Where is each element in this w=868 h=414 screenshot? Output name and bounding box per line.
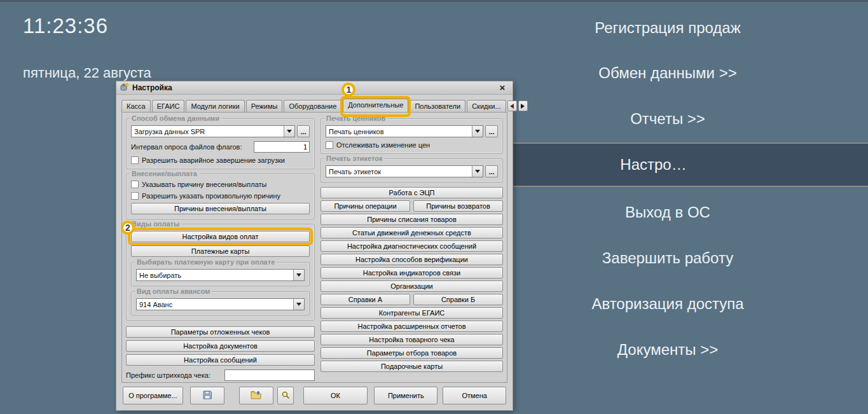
tab-polzovateli[interactable]: Пользователи (410, 100, 465, 112)
exchange-method-combobox[interactable]: Загрузка данных SPR (131, 125, 295, 137)
group-exchange-method: Способ обмена данными Загрузка данных SP… (126, 118, 315, 169)
menu-item-documents[interactable]: Документы >> (467, 338, 868, 361)
search-button[interactable] (277, 387, 294, 404)
close-icon[interactable]: × (496, 81, 509, 94)
left-column: Способ обмена данными Загрузка данных SP… (126, 118, 315, 378)
menu-item-exit-os[interactable]: Выход в ОС (467, 201, 868, 224)
menu-item-registration[interactable]: Регистрация продаж (467, 17, 868, 39)
apply-button[interactable]: Применить (374, 387, 437, 404)
group-cash-in-out: Внесение/выплата Указывать причину внесе… (126, 174, 315, 219)
extended-reports-button[interactable]: Настройка расширенных отчетов (320, 321, 503, 332)
ecp-button[interactable]: Работа с ЭЦП (320, 187, 503, 198)
deferred-receipts-button[interactable]: Параметры отложенных чеков (126, 326, 315, 338)
exchange-method-dropdown-button[interactable] (284, 126, 294, 137)
chevron-down-icon (296, 303, 301, 306)
group-payment-types: Виды оплаты Настройка видов оплат 2 Плат… (126, 224, 315, 321)
ok-button[interactable]: ОК (303, 387, 368, 404)
tab-egais[interactable]: ЕГАИС (152, 100, 185, 112)
cancel-button[interactable]: Отмена (443, 387, 506, 404)
open-folder-button[interactable] (239, 387, 273, 404)
save-button[interactable] (190, 387, 224, 404)
tab-moduli-logiki[interactable]: Модули логики (186, 100, 244, 112)
group-advance-payment-title: Вид оплаты авансом (135, 287, 212, 295)
writeoff-reasons-button[interactable]: Причины списания товаров (320, 214, 503, 225)
tab-kassa[interactable]: Касса (121, 100, 151, 112)
menu-item-authorization[interactable]: Авторизация доступа (467, 293, 868, 315)
label-print-ellipsis-button[interactable]: ... (485, 165, 498, 177)
organizations-button[interactable]: Организации (320, 280, 503, 292)
goods-filter-button[interactable]: Параметры отбора товаров (320, 347, 503, 359)
menu-item-shutdown[interactable]: Завершить работу (467, 247, 868, 270)
price-tags-value: Печать ценников (326, 126, 472, 137)
tab-scroll-right-button[interactable] (518, 100, 528, 111)
dialog-title: Настройка (132, 83, 172, 92)
advance-payment-dropdown-button[interactable] (293, 299, 304, 310)
left-buttons: Параметры отложенных чеков Настройка док… (126, 326, 315, 366)
group-label-print: Печать этикеток Печать этикеток ... (320, 158, 503, 183)
documents-setup-button[interactable]: Настройка документов (126, 340, 315, 352)
cashflow-articles-button[interactable]: Статьи движений денежных средств (320, 227, 503, 238)
menu-item-data-exchange[interactable]: Обмен данными >> (467, 62, 868, 85)
link-indicators-button[interactable]: Настройка индикаторов связи (320, 267, 503, 279)
cash-reason-checkbox-label: Указывать причину внесения/выплаты (142, 181, 266, 188)
interval-input[interactable] (254, 141, 310, 153)
group-advance-payment: Вид оплаты авансом 914 Аванс (131, 291, 310, 315)
tab-scroll-left-button[interactable] (507, 100, 517, 111)
price-tags-dropdown-button[interactable] (472, 126, 483, 137)
verification-methods-button[interactable]: Настройка способов верификации (320, 254, 503, 265)
abort-load-checkbox-label: Разрешить аварийное завершение загрузки (142, 156, 285, 164)
messages-setup-button[interactable]: Настройка сообщений (126, 354, 315, 366)
tab-dopolnitelnye[interactable]: Дополнительные 1 (343, 99, 408, 112)
right-column: Печать ценников Печать ценников ... Отсл… (320, 118, 503, 378)
tab-skidki[interactable]: Скидки... (467, 100, 506, 112)
price-tags-ellipsis-button[interactable]: ... (485, 125, 498, 137)
spravki-button-pair: Справки А Справки Б (320, 294, 503, 305)
receipt-setup-button[interactable]: Настройка товарного чека (320, 334, 503, 345)
label-print-value: Печать этикеток (326, 166, 472, 177)
barcode-prefix-input[interactable] (224, 369, 315, 381)
group-card-select: Выбирать платежную карту при оплате Не в… (131, 262, 310, 286)
cash-reasons-button[interactable]: Причины внесения/выплаты (131, 203, 310, 214)
label-print-combobox[interactable]: Печать этикеток (326, 165, 483, 177)
custom-reason-checkbox-label: Разрешить указать произвольную причину (142, 192, 280, 200)
barcode-prefix-label: Префикс штрихкода чека: (126, 371, 210, 379)
interval-label: Интервал опроса файлов флагов: (131, 143, 242, 151)
dialog-titlebar[interactable]: Настройка × (116, 81, 513, 95)
egais-contractors-button[interactable]: Контрагенты ЕГАИС (320, 307, 503, 319)
tab-dopolnitelnye-label: Дополнительные (348, 101, 403, 109)
chevron-down-icon (475, 130, 480, 133)
group-label-print-title: Печать этикеток (324, 155, 384, 162)
about-button[interactable]: О программе... (123, 387, 183, 404)
card-select-value: Не выбирать (137, 270, 293, 280)
tab-oborudovanie[interactable]: Оборудование (284, 100, 341, 112)
payment-cards-button[interactable]: Платежные карты (131, 245, 310, 257)
spravki-a-button[interactable]: Справки А (320, 294, 410, 305)
return-reasons-button[interactable]: Причины возвратов (413, 200, 503, 212)
abort-load-checkbox[interactable] (131, 156, 139, 164)
advance-payment-value: 914 Аванс (137, 299, 293, 310)
dialog-footer: О программе... (116, 383, 513, 410)
arrow-right-icon (521, 104, 525, 109)
tab-rezhimy[interactable]: Режимы (246, 100, 283, 112)
diagnostic-messages-button[interactable]: Настройка диагностических сообщений (320, 240, 503, 252)
payment-types-setup-button[interactable]: Настройка видов оплат (131, 231, 310, 242)
group-payment-types-title: Виды оплаты (130, 220, 181, 228)
spravki-b-button[interactable]: Справки Б (413, 294, 503, 305)
settings-app-icon (120, 83, 129, 93)
card-select-combobox[interactable]: Не выбирать (136, 269, 305, 281)
card-select-dropdown-button[interactable] (293, 270, 304, 280)
track-price-change-checkbox[interactable] (326, 141, 333, 149)
exchange-method-ellipsis-button[interactable]: ... (297, 125, 310, 137)
chevron-down-icon (296, 273, 301, 277)
label-print-dropdown-button[interactable] (472, 166, 483, 177)
custom-reason-checkbox[interactable] (131, 192, 139, 200)
advance-payment-combobox[interactable]: 914 Аванс (136, 298, 305, 310)
price-tags-combobox[interactable]: Печать ценников (326, 125, 483, 137)
group-exchange-method-title: Способ обмена данными (130, 114, 221, 122)
cash-reason-checkbox[interactable] (131, 181, 139, 188)
settings-dialog: Настройка × Касса ЕГАИС Модули логики Ре… (116, 81, 513, 410)
operation-reasons-button[interactable]: Причины операции (320, 200, 410, 212)
group-price-tags: Печать ценников Печать ценников ... Отсл… (320, 118, 503, 154)
gift-cards-button[interactable]: Подарочные карты (320, 361, 503, 372)
date: пятница, 22 августа (23, 65, 151, 81)
